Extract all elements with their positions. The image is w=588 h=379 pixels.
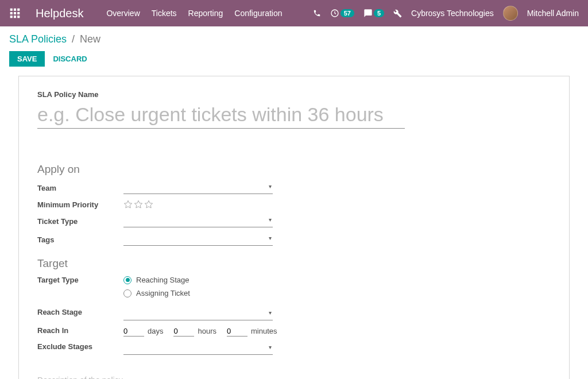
target-type-label: Target Type [37,276,123,284]
svg-rect-7 [14,16,16,18]
svg-rect-8 [17,16,20,18]
user-name[interactable]: Mitchell Admin [527,9,579,18]
activity-badge: 57 [341,9,354,17]
chevron-down-icon: ▾ [269,183,272,190]
star-icon[interactable] [123,200,133,209]
exclude-stages-select[interactable]: ▾ [123,342,273,355]
policy-name-input[interactable] [37,100,405,129]
apply-grid: Team ▾ Minimum Priority Ticket Type ▾ Ta… [37,181,296,246]
navbar-right: 57 5 Cybrosys Technologies Mitchell Admi… [313,6,579,21]
action-buttons: Save Discard [9,51,579,67]
svg-rect-2 [17,9,20,11]
chevron-down-icon: ▾ [269,310,272,316]
chat-icon[interactable]: 5 [363,9,384,18]
breadcrumb-sep: / [72,33,75,45]
svg-rect-4 [14,12,16,14]
activity-icon[interactable]: 57 [330,9,354,18]
chevron-down-icon: ▾ [269,216,272,223]
control-panel: SLA Policies / New Save Discard [0,26,588,69]
phone-icon[interactable] [313,9,321,17]
name-label: SLA Policy Name [37,90,551,99]
star-icon[interactable] [144,200,153,209]
target-section-title: Target [37,257,551,270]
priority-stars[interactable] [123,200,273,209]
svg-rect-0 [10,9,13,11]
menu-tickets[interactable]: Tickets [152,9,177,18]
minutes-input[interactable] [227,326,247,337]
target-type-radios: Reaching Stage Assigning Ticket [123,276,273,302]
ticket-type-label: Ticket Type [37,217,123,226]
avatar[interactable] [503,6,518,21]
tools-icon[interactable] [393,9,402,18]
chevron-down-icon: ▾ [269,235,272,241]
content-scroll[interactable]: SLA Policy Name Apply on Team ▾ Minimum … [0,69,588,379]
minutes-unit: minutes [251,327,277,335]
star-icon[interactable] [134,200,143,209]
discard-button[interactable]: Discard [47,51,92,67]
reach-in-label: Reach In [37,326,123,335]
reach-stage-label: Reach Stage [37,308,123,316]
breadcrumb-root[interactable]: SLA Policies [9,33,67,45]
hours-input[interactable] [173,326,194,337]
description-input[interactable] [37,372,551,379]
menu-reporting[interactable]: Reporting [188,9,223,18]
breadcrumb-current: New [80,33,100,45]
form-sheet: SLA Policy Name Apply on Team ▾ Minimum … [18,76,570,379]
target-grid: Target Type Reaching Stage Assigning Tic… [37,276,296,355]
apply-section-title: Apply on [37,163,551,176]
svg-rect-1 [14,9,16,11]
top-navbar: Helpdesk Overview Tickets Reporting Conf… [0,0,588,26]
days-input[interactable] [123,326,144,337]
team-label: Team [37,184,123,192]
svg-rect-5 [17,12,20,14]
team-select[interactable]: ▾ [123,181,273,194]
ticket-type-select[interactable]: ▾ [123,215,273,227]
days-unit: days [148,327,163,335]
menu-configuration[interactable]: Configuration [234,9,282,18]
tags-label: Tags [37,235,123,244]
chat-badge: 5 [374,9,384,17]
reach-in-row: days hours minutes [123,326,273,337]
save-button[interactable]: Save [9,51,45,67]
radio-label: Assigning Ticket [136,289,190,297]
breadcrumb: SLA Policies / New [9,33,579,45]
min-priority-label: Minimum Priority [37,200,123,209]
company-name[interactable]: Cybrosys Technologies [411,9,494,18]
exclude-stages-label: Exclude Stages [37,342,123,351]
reach-stage-select[interactable]: ▾ [123,308,273,320]
apps-icon[interactable] [9,7,21,19]
svg-rect-3 [10,12,13,14]
radio-icon [123,289,131,297]
menu-overview[interactable]: Overview [106,9,140,18]
hours-unit: hours [198,327,216,335]
main-menu: Overview Tickets Reporting Configuration [106,9,282,18]
tags-select[interactable]: ▾ [123,233,273,246]
svg-rect-6 [10,16,13,18]
radio-reaching-stage[interactable]: Reaching Stage [123,276,273,284]
radio-icon [123,276,131,284]
radio-assigning-ticket[interactable]: Assigning Ticket [123,289,273,297]
chevron-down-icon: ▾ [269,344,272,350]
radio-label: Reaching Stage [136,276,189,284]
app-brand[interactable]: Helpdesk [36,7,83,20]
